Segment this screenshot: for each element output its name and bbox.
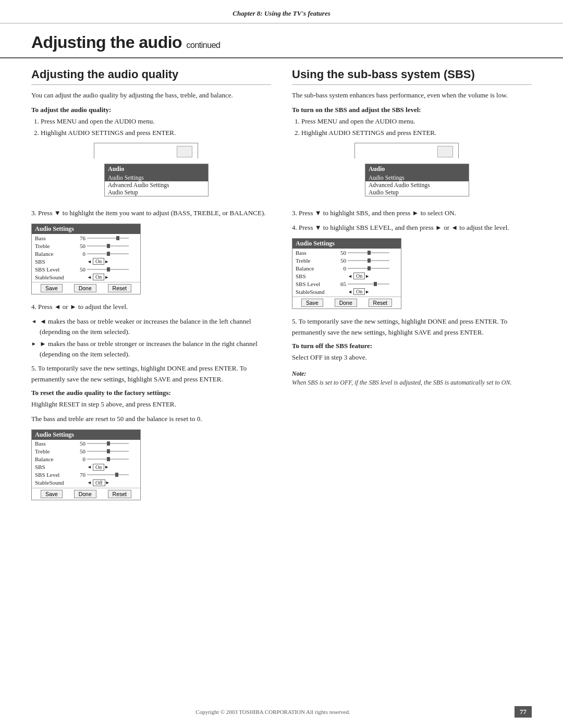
settings-row-sbs: SBS ◄ On ► [32,257,140,265]
page-footer: Copyright © 2003 TOSHIBA CORPORATION All… [0,706,563,718]
settings-buttons2: Save Done Reset [32,488,140,500]
done-button2[interactable]: Done [74,490,96,498]
left-step1-2: Highlight AUDIO SETTINGS and press ENTER… [41,128,271,139]
settings-title2: Audio Settings [32,430,140,440]
left-step5: 5. To temporarily save the new settings,… [31,363,271,384]
settings-buttons1: Save Done Reset [32,282,140,294]
settings2-row-sbs-level: SBS Level 70 [32,471,140,479]
right-menu-item-setup: Audio Setup [365,189,469,196]
settings-row-balance: Balance 0 [32,250,140,257]
main-title: Adjusting the audio continued [31,33,532,52]
reset-button1[interactable]: Reset [108,284,131,292]
right-step1-1: Press MENU and open the AUDIO menu. [301,116,532,127]
chapter-header: Chapter 8: Using the TV's features [0,0,563,23]
note-section: Note: When SBS is set to OFF, if the SBS… [292,370,532,387]
left-settings-box1: Audio Settings Bass 76 Treble 50 [31,224,271,294]
menu-title: Audio [105,164,208,174]
reset-text1: Highlight RESET in step 5 above, and pre… [31,399,271,410]
right-settings-row-bass: Bass 50 [292,249,401,256]
right-save-button1[interactable]: Save [301,299,323,307]
right-audio-menu: Audio Audio Settings Advanced Audio Sett… [365,164,469,196]
right-menu-item-advanced: Advanced Audio Settings [365,181,469,189]
right-menu-title: Audio [365,164,469,174]
bullet-right: ► makes the bass or treble stronger or i… [31,339,271,359]
left-section-title: Adjusting the audio quality [31,68,271,85]
left-subheading1: To adjust the audio quality: [31,106,271,114]
right-menu-item-audio-settings: Audio Settings [365,174,469,181]
settings-row-bass: Bass 76 [32,234,140,242]
right-settings-row-balance: Balance 0 [292,264,401,272]
main-title-section: Adjusting the audio continued [0,23,563,58]
settings2-row-bass: Bass 50 [32,440,140,448]
right-done-button1[interactable]: Done [335,299,357,307]
left-section-desc: You can adjust the audio quality by adju… [31,90,271,101]
settings2-row-balance: Balance 0 [32,455,140,463]
right-steps1: Press MENU and open the AUDIO menu. High… [301,116,532,139]
two-col-layout: Adjusting the audio quality You can adju… [0,58,563,508]
right-settings-row-sbs-level: SBS Level 65 [292,280,401,288]
right-settings-title1: Audio Settings [292,239,401,249]
settings2-row-stablesound: StableSound ◄ Off ► [32,479,140,487]
menu-item-audio-settings: Audio Settings [105,174,208,181]
note-label: Note: [292,370,532,378]
right-section-desc: The sub-bass system enhances bass perfor… [292,90,532,101]
settings2-row-treble: Treble 50 [32,448,140,455]
reset-text2: The bass and treble are reset to 50 and … [31,414,271,424]
right-settings-row-stablesound: StableSound ◄ On ► [292,288,401,295]
tv-preview [94,143,198,158]
menu-item-advanced: Advanced Audio Settings [105,181,208,189]
footer-copyright: Copyright © 2003 TOSHIBA CORPORATION All… [31,709,515,715]
menu-item-setup: Audio Setup [105,189,208,196]
left-column: Adjusting the audio quality You can adju… [31,68,271,508]
right-settings-box1: Audio Settings Bass 50 Treble 50 [292,238,532,309]
settings2-row-sbs: SBS ◄ On ► [32,463,140,471]
right-tv-preview [354,143,459,158]
right-subheading1: To turn on the SBS and adjust the SBS le… [292,106,532,114]
right-settings-buttons1: Save Done Reset [292,297,401,309]
right-step3: 3. Press ▼ to highlight SBS, and then pr… [292,208,532,218]
right-subheading2: To turn off the SBS feature: [292,342,532,350]
page-wrapper: Chapter 8: Using the TV's features Adjus… [0,0,563,728]
reset-button2[interactable]: Reset [108,490,131,498]
right-step4: 4. Press ▼ to highlight SBS LEVEL, and t… [292,223,532,233]
right-column: Using the sub-bass system (SBS) The sub-… [292,68,532,508]
settings-row-stablesound: StableSound ◄ On ► [32,273,140,281]
right-audio-menu-box: Audio Audio Settings Advanced Audio Sett… [354,143,469,204]
settings-row-sbs-level: SBS Level 50 [32,265,140,273]
page-number: 77 [515,706,532,718]
chapter-title: Chapter 8: Using the TV's features [232,9,330,17]
audio-menu: Audio Audio Settings Advanced Audio Sett… [104,164,209,196]
left-step4: 4. Press ◄ or ► to adjust the level. [31,302,271,312]
right-settings-row-sbs: SBS ◄ On ► [292,272,401,280]
right-reset-button1[interactable]: Reset [369,299,392,307]
bullet-left: ◄ makes the bass or treble weaker or inc… [31,316,271,337]
save-button2[interactable]: Save [41,490,63,498]
settings-title1: Audio Settings [32,224,140,234]
continued-label: continued [187,41,221,50]
save-button1[interactable]: Save [41,284,63,292]
settings-row-treble: Treble 50 [32,242,140,250]
right-step1-2: Highlight AUDIO SETTINGS and press ENTER… [301,128,532,139]
left-steps1: Press MENU and open the AUDIO menu. High… [41,116,271,139]
left-bullets: ◄ makes the bass or treble weaker or inc… [31,316,271,359]
right-step5: 5. To temporarily save the new settings,… [292,316,532,337]
note-text: When SBS is set to OFF, if the SBS level… [292,378,532,387]
left-step1-1: Press MENU and open the AUDIO menu. [41,116,271,127]
left-settings-box2: Audio Settings Bass 50 Treble 50 [31,429,271,500]
done-button1[interactable]: Done [74,284,96,292]
right-settings-row-treble: Treble 50 [292,256,401,264]
turn-off-text: Select OFF in step 3 above. [292,352,532,363]
left-audio-menu-box: Audio Audio Settings Advanced Audio Sett… [94,143,209,204]
right-section-title: Using the sub-bass system (SBS) [292,68,532,85]
left-step3: 3. Press ▼ to highlight the item you wan… [31,208,271,218]
left-subheading2: To reset the audio quality to the factor… [31,389,271,397]
